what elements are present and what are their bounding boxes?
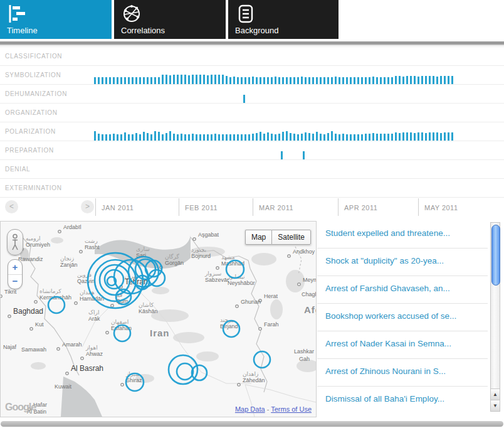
event-tick[interactable] — [128, 77, 130, 84]
event-tick[interactable] — [214, 134, 216, 141]
event-tick[interactable] — [331, 131, 333, 141]
event-tick[interactable] — [143, 77, 145, 84]
event-tick[interactable] — [369, 77, 370, 84]
event-tick[interactable] — [448, 76, 449, 84]
event-tick[interactable] — [120, 134, 122, 141]
event-tick[interactable] — [316, 77, 318, 84]
news-item[interactable]: Bookshop workers accused of se... — [317, 304, 488, 331]
tab-background[interactable]: Background — [228, 0, 339, 39]
event-tick[interactable] — [98, 77, 100, 84]
event-tick[interactable] — [260, 132, 261, 141]
event-tick[interactable] — [135, 133, 137, 141]
news-item[interactable]: Shock at "duplicity" as 20-yea... — [317, 249, 488, 276]
event-tick[interactable] — [399, 133, 401, 141]
event-tick[interactable] — [303, 151, 305, 159]
event-tick[interactable] — [433, 76, 434, 84]
event-tick[interactable] — [350, 77, 352, 84]
event-tick[interactable] — [124, 132, 126, 141]
event-tick[interactable] — [147, 133, 149, 141]
news-item[interactable]: Arrest of Farshid Ghavaseh, an... — [317, 276, 488, 304]
event-tick[interactable] — [244, 134, 246, 141]
event-tick[interactable] — [395, 132, 397, 141]
event-tick[interactable] — [286, 77, 288, 84]
event-tick[interactable] — [308, 77, 310, 84]
event-tick[interactable] — [237, 77, 239, 84]
event-tick[interactable] — [290, 133, 291, 141]
event-tick[interactable] — [372, 133, 374, 141]
event-tick[interactable] — [335, 77, 337, 84]
event-tick[interactable] — [331, 77, 333, 84]
event-tick[interactable] — [346, 77, 348, 84]
event-tick[interactable] — [165, 75, 167, 84]
event-tick[interactable] — [158, 132, 160, 141]
event-tick[interactable] — [440, 76, 442, 84]
event-tick[interactable] — [293, 134, 295, 141]
event-tick[interactable] — [399, 76, 401, 84]
event-tick[interactable] — [354, 77, 355, 84]
event-tick[interactable] — [327, 133, 329, 141]
event-tick[interactable] — [263, 77, 265, 84]
event-tick[interactable] — [350, 134, 352, 141]
event-tick[interactable] — [444, 132, 446, 141]
news-link[interactable]: Shock at "duplicity" as 20-yea... — [325, 256, 444, 265]
event-tick[interactable] — [256, 133, 258, 141]
timeline-next-button[interactable]: > — [81, 200, 94, 213]
map-canvas[interactable]: ارومیهOrumiyehRawandizArdabīlرشتRashtزنج… — [1, 222, 316, 417]
event-tick[interactable] — [323, 134, 325, 141]
event-tick[interactable] — [169, 75, 171, 84]
event-tick[interactable] — [282, 77, 284, 84]
tab-timeline[interactable]: Timeline — [0, 0, 112, 39]
event-tick[interactable] — [248, 77, 250, 84]
event-tick[interactable] — [421, 132, 423, 141]
event-tick[interactable] — [361, 134, 363, 141]
event-tick[interactable] — [323, 77, 325, 84]
event-tick[interactable] — [233, 134, 235, 141]
event-tick[interactable] — [436, 77, 438, 84]
event-tick[interactable] — [214, 75, 216, 84]
event-tick[interactable] — [109, 134, 111, 141]
event-tick[interactable] — [376, 77, 378, 84]
event-tick[interactable] — [252, 134, 254, 141]
event-tick[interactable] — [135, 77, 137, 84]
event-tick[interactable] — [402, 77, 404, 84]
event-tick[interactable] — [173, 75, 175, 84]
zoom-in-button[interactable]: + — [8, 260, 22, 275]
event-tick[interactable] — [414, 133, 416, 141]
scrollbar-up-button[interactable]: ▲ — [491, 388, 500, 400]
event-tick[interactable] — [271, 77, 273, 84]
event-tick[interactable] — [94, 77, 96, 84]
event-tick[interactable] — [402, 132, 404, 141]
event-tick[interactable] — [429, 76, 431, 84]
event-tick[interactable] — [233, 77, 235, 84]
event-tick[interactable] — [124, 77, 126, 84]
event-tick[interactable] — [207, 75, 209, 84]
timeline-prev-button[interactable]: < — [5, 200, 18, 213]
event-tick[interactable] — [275, 134, 276, 141]
event-tick[interactable] — [105, 77, 107, 84]
event-tick[interactable] — [305, 77, 307, 84]
event-tick[interactable] — [150, 77, 152, 84]
event-tick[interactable] — [267, 132, 269, 141]
event-tick[interactable] — [147, 77, 149, 84]
news-item[interactable]: Arrest of Zhinous Nourani in S... — [317, 359, 488, 387]
event-tick[interactable] — [218, 134, 220, 141]
event-tick[interactable] — [414, 76, 416, 84]
event-tick[interactable] — [308, 133, 310, 141]
event-tick[interactable] — [354, 134, 355, 141]
event-tick[interactable] — [256, 77, 258, 84]
event-tick[interactable] — [391, 77, 393, 84]
event-tick[interactable] — [165, 133, 167, 141]
event-tick[interactable] — [196, 134, 197, 141]
event-tick[interactable] — [357, 134, 359, 141]
event-tick[interactable] — [113, 134, 115, 141]
event-tick[interactable] — [433, 132, 434, 141]
event-tick[interactable] — [154, 131, 156, 141]
event-tick[interactable] — [158, 77, 160, 84]
news-item[interactable]: Student expelled and threatene... — [317, 221, 488, 249]
event-tick[interactable] — [342, 134, 344, 141]
event-tick[interactable] — [94, 131, 96, 141]
event-tick[interactable] — [184, 75, 186, 84]
event-tick[interactable] — [301, 77, 303, 84]
event-tick[interactable] — [207, 134, 209, 141]
map-data-link[interactable]: Map Data — [235, 405, 265, 413]
